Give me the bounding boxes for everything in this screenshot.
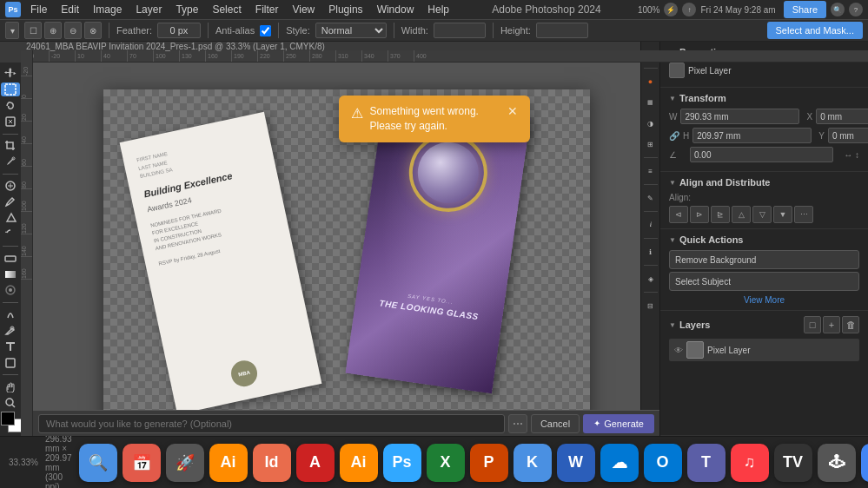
dock-excel[interactable]: X (427, 444, 465, 482)
foreground-background-swatches[interactable] (1, 412, 20, 432)
layers-panel-btn[interactable]: ⊟ (641, 296, 660, 315)
cancel-button[interactable]: Cancel (531, 414, 580, 433)
menu-edit[interactable]: Edit (55, 2, 85, 17)
delete-layer-btn[interactable]: 🗑 (842, 316, 859, 333)
dock-photoshop[interactable]: Ps (383, 444, 421, 482)
info-panel-btn[interactable]: ℹ (641, 242, 660, 261)
dodge-tool[interactable] (1, 307, 20, 321)
feather-input[interactable] (157, 23, 201, 38)
history-brush-tool[interactable] (1, 227, 20, 241)
swatches-panel-btn[interactable]: ▦ (641, 93, 660, 112)
lasso-tool[interactable] (1, 98, 20, 113)
new-group-btn[interactable]: □ (804, 316, 821, 333)
dock-arcade[interactable]: 🕹 (818, 444, 856, 482)
generate-input[interactable] (38, 414, 505, 433)
menu-view[interactable]: View (286, 2, 321, 17)
crop-tool[interactable] (1, 138, 20, 153)
add-layer-btn[interactable]: + (823, 316, 840, 333)
generate-button[interactable]: ✦ Generate (583, 414, 654, 433)
move-tool[interactable] (1, 66, 20, 81)
y-transform-input[interactable] (828, 128, 868, 143)
dock-keynote[interactable]: K (514, 444, 552, 482)
styles-panel-btn[interactable]: ◈ (641, 269, 660, 288)
align-vcenter-btn[interactable]: ▽ (752, 206, 772, 223)
generate-icon-btn[interactable]: ⋯ (508, 414, 527, 433)
menu-select[interactable]: Select (206, 2, 247, 17)
toast-close-button[interactable]: ✕ (507, 104, 518, 118)
width-input[interactable] (434, 23, 486, 38)
dock-chrome[interactable]: ⊙ (861, 444, 868, 482)
eyedropper-tool[interactable] (1, 155, 20, 169)
remove-background-btn[interactable]: Remove Background (669, 250, 859, 269)
pen-tool[interactable] (1, 323, 20, 338)
dock-powerpoint[interactable]: P (470, 444, 508, 482)
width-transform-input[interactable] (680, 109, 799, 124)
subtract-selection-btn[interactable]: ⊖ (64, 22, 82, 39)
quick-actions-collapse-icon[interactable]: ▼ (669, 236, 676, 244)
dock-finder[interactable]: 🔍 (79, 444, 117, 482)
intersect-selection-btn[interactable]: ⊗ (84, 22, 102, 39)
align-top-btn[interactable]: △ (732, 206, 751, 223)
healing-brush-tool[interactable] (1, 178, 20, 193)
height-transform-input[interactable] (692, 128, 812, 143)
object-selection-tool[interactable] (1, 115, 20, 129)
notification-icon[interactable]: ? (849, 3, 863, 16)
x-transform-input[interactable] (816, 109, 868, 124)
menu-plugins[interactable]: Plugins (322, 2, 368, 17)
blur-tool[interactable] (1, 283, 20, 298)
paths-panel-btn[interactable]: ✎ (641, 188, 660, 208)
zoom-tool[interactable] (1, 395, 20, 410)
channels-panel-btn[interactable]: ≡ (641, 162, 660, 181)
select-subject-btn[interactable]: Select Subject (669, 272, 859, 291)
angle-transform-input[interactable] (690, 147, 833, 162)
eraser-tool[interactable] (1, 251, 20, 266)
hand-tool[interactable] (1, 379, 20, 394)
gradients-panel-btn[interactable]: ◑ (641, 114, 660, 133)
share-button[interactable]: Share (784, 1, 826, 18)
menu-filter[interactable]: Filter (249, 2, 285, 17)
align-bottom-btn[interactable]: ▼ (773, 206, 792, 223)
menu-file[interactable]: File (24, 2, 53, 17)
menu-image[interactable]: Image (87, 2, 128, 17)
type-tool[interactable] (1, 340, 20, 354)
style-select[interactable]: Normal Fixed Ratio Fixed Size (315, 23, 387, 38)
dock-tv[interactable]: TV (774, 444, 812, 482)
dock-word[interactable]: W (557, 444, 595, 482)
anti-alias-checkbox[interactable] (260, 25, 271, 36)
marquee-tool[interactable] (1, 82, 20, 97)
dock-illustrator[interactable]: Ai (340, 444, 378, 482)
color-panel-btn[interactable]: ● (641, 72, 660, 91)
layers-collapse-icon[interactable]: ▼ (669, 321, 676, 329)
transform-collapse-icon[interactable]: ▼ (669, 95, 676, 102)
dock-ai[interactable]: Ai (209, 444, 248, 482)
dock-music[interactable]: ♫ (731, 444, 769, 482)
align-collapse-icon[interactable]: ▼ (669, 179, 676, 187)
layer-visibility-icon[interactable]: 👁 (674, 346, 683, 355)
search-menubar-icon[interactable]: 🔍 (831, 3, 845, 16)
align-right-btn[interactable]: ⊵ (711, 206, 730, 223)
patterns-panel-btn[interactable]: ⊞ (641, 135, 660, 154)
menu-window[interactable]: Window (371, 2, 421, 17)
view-more-link[interactable]: View More (669, 295, 859, 305)
menu-type[interactable]: Type (169, 2, 204, 17)
align-hcenter-btn[interactable]: ⊳ (690, 206, 709, 223)
dock-teams[interactable]: T (687, 444, 726, 482)
add-selection-btn[interactable]: ⊕ (44, 22, 62, 39)
properties-panel-btn[interactable]: 𝒊 (641, 215, 660, 234)
dock-acrobat[interactable]: A (296, 444, 335, 482)
more-align-btn[interactable]: ⋯ (794, 206, 813, 223)
dock-indesign[interactable]: Id (253, 444, 291, 482)
gradient-tool[interactable] (1, 267, 20, 281)
dock-onedrive[interactable]: ☁ (600, 444, 639, 482)
clone-stamp-tool[interactable] (1, 211, 20, 226)
menu-layer[interactable]: Layer (129, 2, 168, 17)
dock-outlook[interactable]: O (644, 444, 682, 482)
foreground-color-swatch[interactable] (1, 412, 15, 425)
align-left-btn[interactable]: ⊲ (669, 206, 688, 223)
dock-calendar[interactable]: 📅 (123, 444, 161, 482)
shape-tool[interactable] (1, 355, 20, 370)
tool-preset-picker[interactable]: ▾ (5, 22, 19, 39)
menu-help[interactable]: Help (421, 2, 455, 17)
select-mask-btn[interactable]: Select and Mask... (767, 22, 864, 39)
height-input[interactable] (536, 23, 588, 38)
